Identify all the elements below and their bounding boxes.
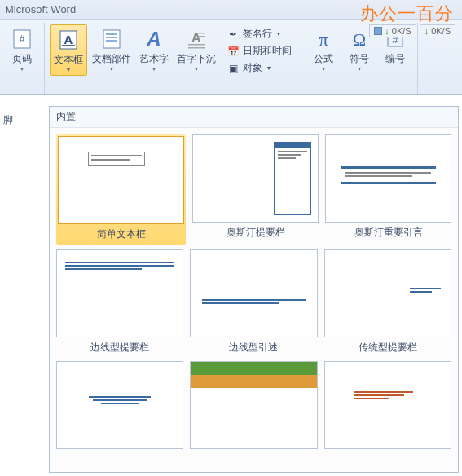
ribbon-group-header-footer: # 页码 (0, 23, 45, 94)
gallery-thumb (325, 134, 451, 223)
svg-rect-12 (198, 36, 205, 37)
gallery-item[interactable] (56, 361, 183, 449)
gallery-item-austin-sidebar[interactable]: 奥斯汀提要栏 (192, 134, 319, 245)
svg-text:A: A (146, 28, 161, 50)
svg-rect-13 (188, 44, 205, 46)
gallery-section-header: 内置 (50, 107, 458, 128)
svg-text:Ω: Ω (353, 29, 366, 50)
dropdown-arrow-icon: ▾ (277, 30, 280, 37)
gallery-item-label: 奥斯汀提要栏 (227, 226, 285, 240)
gallery-item[interactable] (190, 361, 317, 449)
gallery-grid: 简单文本框 奥斯汀提要栏 奥斯汀重要引言 (50, 128, 458, 472)
net-speed-1: ↓0K/S (369, 24, 416, 37)
gallery-thumb (190, 249, 317, 337)
page-number-button[interactable]: # 页码 (5, 24, 39, 74)
object-icon: ▣ (227, 62, 240, 75)
ribbon-group-text: A 文本框 文档部件 A 艺术字 A 首字下沉 ✒签名行▾ 📅日期和时间 ▣对象… (45, 23, 301, 94)
gallery-thumb (324, 361, 451, 449)
gallery-item-label: 边线型引述 (229, 341, 278, 355)
doc-parts-button[interactable]: 文档部件 (89, 24, 134, 74)
svg-text:π: π (319, 29, 328, 50)
footer-section-label: 脚 (0, 110, 16, 130)
gallery-item-label: 边线型提要栏 (90, 341, 149, 355)
gallery-thumb (58, 136, 184, 224)
svg-rect-6 (106, 33, 117, 35)
svg-rect-4 (62, 45, 75, 46)
gallery-item[interactable] (324, 361, 451, 449)
svg-rect-14 (188, 47, 205, 49)
svg-text:#: # (20, 33, 25, 45)
down-arrow-icon: ↓ (385, 26, 389, 36)
watermark-text: 办公一百分 (360, 2, 454, 26)
gallery-item-label: 传统型提要栏 (359, 341, 417, 355)
gallery-item-label: 简单文本框 (97, 227, 146, 241)
dropcap-icon: A (183, 26, 209, 52)
svg-rect-5 (103, 30, 120, 48)
network-stats: ↓0K/S ↓0K/S (369, 24, 455, 37)
textbox-button[interactable]: A 文本框 (50, 24, 87, 76)
app-title: Microsoft Word (5, 3, 76, 15)
svg-rect-8 (106, 40, 117, 42)
down-arrow-icon: ↓ (425, 26, 429, 36)
svg-rect-11 (198, 33, 205, 34)
gallery-thumb (190, 361, 317, 449)
gallery-item-traditional-sidebar[interactable]: 传统型提要栏 (324, 249, 451, 356)
textbox-icon: A (55, 27, 81, 53)
date-time-button[interactable]: 📅日期和时间 (224, 43, 294, 59)
svg-rect-7 (106, 37, 117, 38)
gallery-item-border-quote[interactable]: 边线型引述 (190, 249, 317, 356)
signature-line-button[interactable]: ✒签名行▾ (224, 26, 294, 42)
gallery-thumb (324, 249, 451, 337)
gallery-thumb (192, 134, 319, 223)
gallery-item-border-sidebar[interactable]: 边线型提要栏 (56, 249, 183, 356)
net-icon (374, 27, 382, 35)
dropdown-arrow-icon: ▾ (267, 64, 271, 72)
svg-text:A: A (64, 33, 73, 46)
textbox-gallery-panel: 内置 简单文本框 奥斯汀提要栏 (49, 106, 459, 473)
signature-icon: ✒ (227, 28, 240, 41)
calendar-icon: 📅 (227, 45, 240, 58)
omega-icon: Ω (346, 26, 372, 52)
wordart-icon: A (141, 26, 167, 52)
object-button[interactable]: ▣对象▾ (224, 60, 294, 76)
equation-button[interactable]: π 公式 (306, 24, 341, 74)
gallery-item-label: 奥斯汀重要引言 (354, 226, 423, 240)
net-speed-2: ↓0K/S (420, 24, 455, 37)
gallery-item-simple-textbox[interactable]: 简单文本框 (56, 134, 186, 245)
gallery-thumb (56, 249, 183, 337)
dropcap-button[interactable]: A 首字下沉 (174, 24, 219, 74)
wordart-button[interactable]: A 艺术字 (136, 24, 172, 74)
pi-icon: π (310, 26, 337, 52)
gallery-item-austin-quote[interactable]: 奥斯汀重要引言 (325, 134, 451, 245)
gallery-thumb (56, 361, 183, 449)
page-number-icon: # (9, 26, 35, 52)
doc-parts-icon (99, 26, 125, 52)
